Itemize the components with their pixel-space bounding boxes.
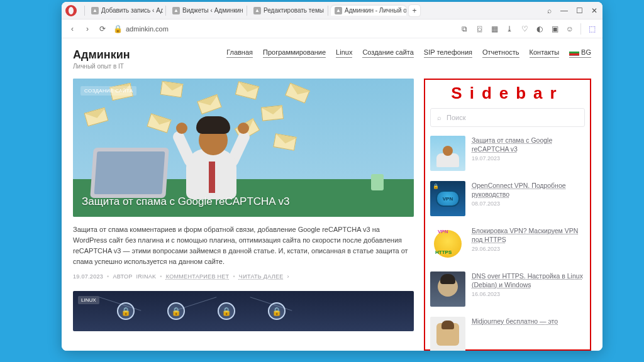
nav-item[interactable]: Linux xyxy=(336,48,352,58)
recent-post-item[interactable]: Midjourney бесплатно — это xyxy=(430,317,585,351)
flag-bg-icon xyxy=(569,50,579,56)
address-bar[interactable]: 🔒 adminkin.com xyxy=(113,25,453,33)
person-icon: ▲ xyxy=(91,7,99,14)
main-column: СОЗДАНИЕ САЙТА Защита от спама с Google … xyxy=(73,79,414,351)
post-thumb xyxy=(430,272,465,307)
profile-icon[interactable]: ☺ xyxy=(565,25,574,33)
lock-icon: 🔒 xyxy=(167,302,185,320)
tab-separator xyxy=(328,6,328,16)
hero-category-badge[interactable]: СОЗДАНИЕ САЙТА xyxy=(80,86,136,96)
recent-post-item[interactable]: Блокировка VPN? Маскируем VPN под HTTPS … xyxy=(430,226,585,261)
recent-post-item[interactable]: DNS over HTTPS. Настройка в Linux (Debia… xyxy=(430,272,585,307)
recent-post-title[interactable]: Midjourney бесплатно — это xyxy=(472,317,585,326)
tab-separator xyxy=(247,6,247,16)
download-icon[interactable]: ⤓ xyxy=(505,25,514,33)
tab-separator xyxy=(84,6,85,16)
maximize-button[interactable]: ☐ xyxy=(575,6,584,15)
back-button[interactable]: ‹ xyxy=(68,25,77,33)
heart-icon[interactable]: ♡ xyxy=(520,25,529,33)
close-button[interactable]: ✕ xyxy=(590,6,599,15)
sidebar-annotation: Sidebar xyxy=(430,82,585,108)
nav-item[interactable]: Программирование xyxy=(263,48,326,58)
lock-icon: 🔒 xyxy=(218,302,235,320)
author-prefix: АВТОР xyxy=(113,273,133,280)
lock-icon: 🔒 xyxy=(113,25,122,33)
toolbar-right: ⧉ ⌼ ▦ ⤓ ♡ ◐ ▣ ☺ ⬚ xyxy=(460,23,596,35)
lock-icon: 🔒 xyxy=(117,302,135,320)
tab-label: Виджеты ‹ Админкин — xyxy=(182,7,244,14)
opera-logo-icon xyxy=(65,5,77,16)
vpn-badge-icon: VPN xyxy=(436,190,460,207)
new-tab-button[interactable]: + xyxy=(409,5,420,16)
tab-0[interactable]: ▲ Добавить запись ‹ Админ xyxy=(87,6,163,16)
search-placeholder: Поиск xyxy=(447,114,465,121)
recent-post-item[interactable]: 🔒 VPN OpenConnect VPN. Подробное руковод… xyxy=(430,181,585,216)
shield-icon[interactable]: ▣ xyxy=(550,25,559,33)
screenshot-icon[interactable]: ⌼ xyxy=(475,25,484,33)
recent-post-item[interactable]: Защита от спама с Google reCAPTCHA v3 19… xyxy=(430,136,585,171)
sidebar: Sidebar ⌕ Поиск Защита от спама с Google… xyxy=(424,79,591,351)
nav-item[interactable]: Отчетность xyxy=(482,48,519,58)
tab-1[interactable]: ▲ Виджеты ‹ Админкин — xyxy=(169,6,244,16)
tab-label: Редактировать темы ‹ Ад xyxy=(264,7,325,14)
tab-label: Админкин - Личный опы xyxy=(345,7,406,14)
window-controls: ⌕ — ☐ ✕ xyxy=(545,6,599,15)
hero-mug xyxy=(371,174,384,190)
envelope-icon xyxy=(261,105,284,121)
search-button[interactable]: ⌕ xyxy=(545,6,553,15)
post-thumb xyxy=(430,226,465,261)
nav-item[interactable]: Главная xyxy=(226,48,253,58)
recent-post-date: 29.06.2023 xyxy=(472,246,585,252)
nav-item[interactable]: Создание сайта xyxy=(362,48,413,58)
post2-category-badge[interactable]: LINUX xyxy=(78,296,99,304)
content-area: СОЗДАНИЕ САЙТА Защита от спама с Google … xyxy=(73,79,591,351)
popup-icon[interactable]: ⧉ xyxy=(460,25,469,33)
forward-button[interactable]: › xyxy=(83,25,92,33)
recent-post-title[interactable]: DNS over HTTPS. Настройка в Linux (Debia… xyxy=(472,272,585,289)
post-excerpt: Защита от спама комментариев и форм обра… xyxy=(73,224,414,267)
recent-post-date: 19.07.2023 xyxy=(472,155,585,162)
browser-window: ▲ Добавить запись ‹ Админ ▲ Виджеты ‹ Ад… xyxy=(62,2,602,351)
site-tagline: Личный опыт в IT xyxy=(73,63,130,70)
recent-post-title[interactable]: OpenConnect VPN. Подробное руководство xyxy=(472,181,585,199)
tab-2[interactable]: ▲ Редактировать темы ‹ Ад xyxy=(250,6,325,16)
chevron-right-icon: › xyxy=(287,273,289,280)
tab-strip: ▲ Добавить запись ‹ Админ ▲ Виджеты ‹ Ад… xyxy=(62,2,602,19)
search-icon: ⌕ xyxy=(437,114,441,121)
reload-button[interactable]: ⟳ xyxy=(98,25,107,33)
padlock-icon: 🔒 xyxy=(433,184,439,189)
site-brand[interactable]: Админкин Личный опыт в IT xyxy=(73,48,130,70)
envelope-icon xyxy=(160,81,184,98)
hero-laptop xyxy=(90,148,169,198)
url-text: adminkin.com xyxy=(126,25,169,33)
person-icon: ▲ xyxy=(253,7,261,14)
toggle-icon[interactable]: ◐ xyxy=(535,25,544,33)
featured-post-hero[interactable]: СОЗДАНИЕ САЙТА Защита от спама с Google … xyxy=(73,79,414,217)
post-preview-2[interactable]: LINUX 🔒 🔒 🔒 🔒 xyxy=(73,291,414,331)
minimize-button[interactable]: — xyxy=(560,6,569,15)
tab-3-active[interactable]: ▲ Админкин - Личный опы xyxy=(331,6,406,16)
comments-link[interactable]: КОММЕНТАРИЕВ НЕТ xyxy=(166,273,230,280)
tab-label: Добавить запись ‹ Админ xyxy=(101,7,163,14)
meta-separator: • xyxy=(107,273,109,280)
recent-post-title[interactable]: Защита от спама с Google reCAPTCHA v3 xyxy=(472,136,585,153)
qr-icon[interactable]: ▦ xyxy=(490,25,499,33)
search-input[interactable]: ⌕ Поиск xyxy=(430,108,585,127)
post-author: IRINAK xyxy=(136,273,157,280)
recent-post-title[interactable]: Блокировка VPN? Маскируем VPN под HTTPS xyxy=(472,226,585,244)
hero-person xyxy=(167,105,255,199)
post-meta: 19.07.2023 • АВТОР IRINAK • КОММЕНТАРИЕВ… xyxy=(73,273,414,280)
hero-title: Защита от спама с Google reCAPTCHA v3 xyxy=(82,195,405,208)
extensions-icon[interactable]: ⬚ xyxy=(587,25,596,33)
nav-item[interactable]: SIP телефония xyxy=(424,48,472,58)
toolbar-divider xyxy=(580,23,581,35)
nav-item[interactable]: Контакты xyxy=(530,48,560,58)
recent-post-date: 16.06.2023 xyxy=(472,291,585,297)
lang-switch[interactable]: BG xyxy=(569,48,591,58)
readmore-link[interactable]: ЧИТАТЬ ДАЛЕЕ xyxy=(239,273,284,280)
tab-separator xyxy=(165,6,166,16)
person-icon: ▲ xyxy=(172,7,180,14)
site-title: Админкин xyxy=(73,48,130,62)
post-thumb xyxy=(430,317,465,351)
page-content: Админкин Личный опыт в IT Главная Програ… xyxy=(62,38,602,351)
